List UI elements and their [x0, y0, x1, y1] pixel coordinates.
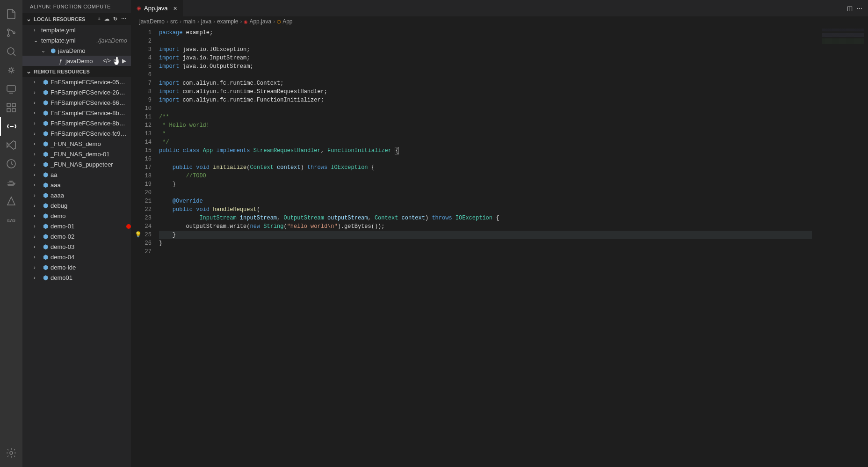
more-actions-icon[interactable]: ⋯ [856, 5, 862, 12]
chevron-right-icon: › [34, 254, 41, 260]
code-line[interactable]: /** [159, 113, 812, 121]
chevron-right-icon: › [34, 110, 41, 116]
tree-item[interactable]: ›⬢demo [22, 211, 131, 221]
bug-icon[interactable]: 🕷 [113, 58, 120, 64]
tree-item[interactable]: ›⬢aa [22, 169, 131, 180]
code-line[interactable] [159, 155, 812, 163]
editor[interactable]: 1234567891011121314151617181920212223242… [131, 27, 868, 467]
tree-item[interactable]: ›⬢demo-ide [22, 262, 131, 272]
breadcrumb-item[interactable]: ◉ App.java [244, 18, 271, 25]
debug-icon[interactable] [0, 61, 22, 80]
extensions-icon[interactable] [0, 98, 22, 117]
tree-item[interactable]: ›⬢FnFSampleFCService-26d1... [22, 87, 131, 97]
breadcrumb-item[interactable]: example [217, 18, 238, 25]
azure-icon[interactable] [0, 192, 22, 211]
tree-item[interactable]: ƒjavaDemo</>🕷▶ [22, 56, 131, 66]
code-line[interactable]: import java.io.InputStream; [159, 54, 812, 62]
tree-item-label: template.yml [41, 37, 94, 44]
tree-item[interactable]: ›⬢_FUN_NAS_demo [22, 139, 131, 149]
line-gutter[interactable]: 1234567891011121314151617181920212223242… [131, 27, 159, 467]
tree-item[interactable]: ⌄⬢javaDemo [22, 45, 131, 56]
aws-icon[interactable]: aws [0, 211, 22, 229]
code-line[interactable]: import java.io.IOException; [159, 45, 812, 54]
code-line[interactable]: import com.aliyun.fc.runtime.Context; [159, 79, 812, 88]
editor-area: ◉ App.java × ◫ ⋯ javaDemo›src›main›java›… [131, 0, 868, 467]
tree-item[interactable]: ›⬢aaaa [22, 190, 131, 200]
tree-item[interactable]: ›⬢FnFSampleFCService-8b5... [22, 108, 131, 118]
tab-app-java[interactable]: ◉ App.java × [131, 0, 183, 16]
service-icon: ⬢ [41, 192, 50, 199]
code-icon[interactable]: </> [102, 58, 112, 64]
tree-item[interactable]: ›⬢FnFSampleFCService-661b... [22, 97, 131, 108]
code-line[interactable]: import com.aliyun.fc.runtime.StreamReque… [159, 88, 812, 96]
code-line[interactable]: } [159, 239, 812, 248]
code-line[interactable]: outputStream.write(new String("hello wor… [159, 222, 812, 231]
tree-item[interactable]: ›template.yml [22, 25, 131, 35]
remote-icon[interactable] [0, 80, 22, 98]
code-line[interactable]: //TODO [159, 172, 812, 180]
code-line[interactable]: package example; [159, 29, 812, 37]
breadcrumb-item[interactable]: main [183, 18, 195, 25]
code-line[interactable]: public void handleRequest( [159, 205, 812, 214]
local-resources-header[interactable]: ⌄ LOCAL RESOURCES + ☁ ↻ ⋯ [22, 13, 131, 25]
chevron-down-icon: ⌄ [26, 15, 34, 22]
tree-item-label: aaaa [51, 192, 127, 199]
code-line[interactable]: import java.io.OutputStream; [159, 62, 812, 71]
tree-item[interactable]: ›⬢_FUN_NAS_puppeteer [22, 159, 131, 169]
close-icon[interactable]: × [174, 5, 177, 12]
split-editor-icon[interactable]: ◫ [847, 5, 853, 12]
breadcrumb-item[interactable]: ⬡ App [277, 18, 292, 25]
code-line[interactable] [159, 104, 812, 113]
tree-item[interactable]: ›⬢demo-04 [22, 252, 131, 262]
run-icon[interactable]: ▶ [121, 58, 127, 64]
explorer-icon[interactable] [0, 5, 22, 23]
remote-resources-header[interactable]: ⌄ REMOTE RESOURCES [22, 66, 131, 77]
aliyun-icon[interactable] [0, 117, 22, 136]
code-line[interactable]: * [159, 130, 812, 138]
code-line[interactable] [159, 248, 812, 256]
breadcrumb-item[interactable]: javaDemo [139, 18, 165, 25]
code-line[interactable]: */ [159, 138, 812, 146]
code-line[interactable] [159, 37, 812, 45]
source-control-icon[interactable] [0, 23, 22, 42]
code-line[interactable]: @Override [159, 197, 812, 205]
code-content[interactable]: package example; import java.io.IOExcept… [159, 27, 812, 467]
tree-item-label: demo-04 [51, 254, 127, 261]
chevron-right-icon: › [34, 203, 41, 208]
minimap[interactable] [812, 27, 868, 467]
add-icon[interactable]: + [97, 15, 101, 23]
local-resources-tree: ›template.yml⌄template.yml./javaDemo⌄⬢ja… [22, 25, 131, 66]
settings-icon[interactable] [0, 444, 22, 462]
tree-item[interactable]: ›⬢FnFSampleFCService-050... [22, 77, 131, 87]
code-line[interactable] [159, 189, 812, 197]
code-line[interactable]: InputStream inputStream, OutputStream ou… [159, 214, 812, 222]
docker-icon[interactable] [0, 173, 22, 192]
code-line[interactable]: } [159, 231, 812, 239]
code-line[interactable]: * Hello world! [159, 121, 812, 130]
tree-item[interactable]: ›⬢demo-01 [22, 221, 131, 231]
deploy-icon[interactable]: ☁ [103, 15, 110, 23]
more-icon[interactable]: ⋯ [120, 15, 127, 23]
search-icon[interactable] [0, 42, 22, 61]
code-line[interactable]: public void initialize(Context context) … [159, 163, 812, 172]
code-line[interactable] [159, 71, 812, 79]
code-line[interactable]: public class App implements StreamReques… [159, 146, 812, 155]
tree-item[interactable]: ›⬢aaa [22, 180, 131, 190]
clock-icon[interactable] [0, 154, 22, 173]
svg-rect-8 [7, 109, 10, 112]
refresh-icon[interactable]: ↻ [112, 15, 118, 23]
vscode-icon[interactable] [0, 136, 22, 154]
code-line[interactable]: import com.aliyun.fc.runtime.FunctionIni… [159, 96, 812, 104]
breadcrumb-item[interactable]: java [201, 18, 211, 25]
tree-item[interactable]: ›⬢debug [22, 200, 131, 211]
code-line[interactable]: } [159, 180, 812, 189]
tree-item[interactable]: ›⬢demo-02 [22, 231, 131, 241]
tree-item[interactable]: ›⬢FnFSampleFCService-8baa... [22, 118, 131, 128]
tree-item[interactable]: ›⬢demo-03 [22, 241, 131, 252]
breadcrumb-item[interactable]: src [170, 18, 178, 25]
tree-item[interactable]: ⌄template.yml./javaDemo [22, 35, 131, 45]
tree-item[interactable]: ›⬢_FUN_NAS_demo-01 [22, 149, 131, 159]
breadcrumbs[interactable]: javaDemo›src›main›java›example›◉ App.jav… [131, 16, 868, 27]
tree-item[interactable]: ›⬢FnFSampleFCService-fc96... [22, 128, 131, 139]
tree-item[interactable]: ›⬢demo01 [22, 272, 131, 283]
